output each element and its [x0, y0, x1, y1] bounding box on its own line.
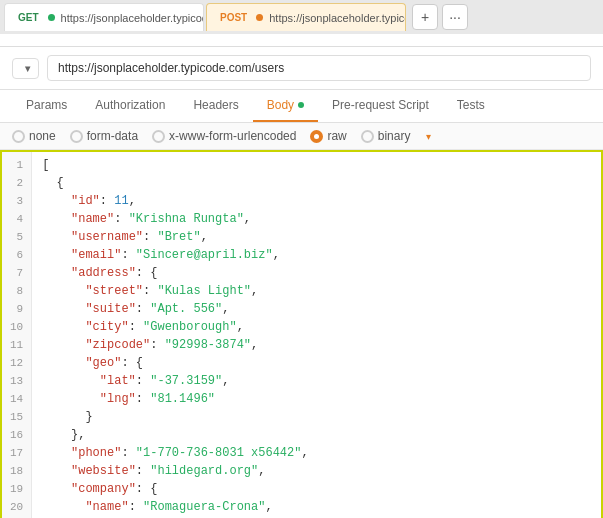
radio-raw[interactable] — [310, 130, 323, 143]
option-form-data-label: form-data — [87, 129, 138, 143]
text-format-chevron-icon: ▾ — [426, 131, 431, 142]
request-bar: ▾ — [0, 47, 603, 90]
method-selector[interactable]: ▾ — [12, 58, 39, 79]
tab-get[interactable]: GET https://jsonplaceholder.typicode.o — [4, 3, 204, 31]
option-urlencoded[interactable]: x-www-form-urlencoded — [152, 129, 296, 143]
tab-pre-request-label: Pre-request Script — [332, 98, 429, 112]
method-badge-post: POST — [217, 11, 250, 24]
tab-status-dot-post — [256, 14, 263, 21]
option-raw[interactable]: raw — [310, 129, 346, 143]
url-input[interactable] — [47, 55, 591, 81]
tab-pre-request-script[interactable]: Pre-request Script — [318, 90, 443, 122]
body-dot-indicator — [298, 102, 304, 108]
text-format-dropdown[interactable]: ▾ — [424, 131, 431, 142]
body-options-bar: none form-data x-www-form-urlencoded raw… — [0, 123, 603, 150]
add-tab-button[interactable]: + — [412, 4, 438, 30]
tab-label-post: https://jsonplaceholder.typicod — [269, 12, 406, 24]
tab-params[interactable]: Params — [12, 90, 81, 122]
tab-body-label: Body — [267, 98, 294, 112]
code-editor[interactable]: 12345678910111213141516171819202122 [ { … — [0, 150, 603, 518]
option-none-label: none — [29, 129, 56, 143]
tab-status-dot-get — [48, 14, 55, 21]
radio-binary[interactable] — [361, 130, 374, 143]
code-body[interactable]: [ { "id": 11, "name": "Krishna Rungta", … — [32, 152, 601, 518]
radio-form-data[interactable] — [70, 130, 83, 143]
option-raw-label: raw — [327, 129, 346, 143]
option-urlencoded-label: x-www-form-urlencoded — [169, 129, 296, 143]
tab-label-get: https://jsonplaceholder.typicode.o — [61, 12, 204, 24]
browser-tabs-bar: GET https://jsonplaceholder.typicode.o P… — [0, 0, 603, 34]
option-binary-label: binary — [378, 129, 411, 143]
tab-authorization[interactable]: Authorization — [81, 90, 179, 122]
tab-body[interactable]: Body — [253, 90, 318, 122]
radio-none[interactable] — [12, 130, 25, 143]
line-numbers: 12345678910111213141516171819202122 — [2, 152, 32, 518]
option-binary[interactable]: binary — [361, 129, 411, 143]
tab-headers[interactable]: Headers — [179, 90, 252, 122]
tab-params-label: Params — [26, 98, 67, 112]
tab-headers-label: Headers — [193, 98, 238, 112]
tab-actions: + ··· — [412, 4, 468, 30]
method-chevron-icon: ▾ — [25, 63, 30, 74]
method-badge-get: GET — [15, 11, 42, 24]
tab-authorization-label: Authorization — [95, 98, 165, 112]
option-form-data[interactable]: form-data — [70, 129, 138, 143]
more-tabs-button[interactable]: ··· — [442, 4, 468, 30]
option-none[interactable]: none — [12, 129, 56, 143]
tab-tests[interactable]: Tests — [443, 90, 499, 122]
url-display-bar — [0, 34, 603, 47]
tab-post[interactable]: POST https://jsonplaceholder.typicod — [206, 3, 406, 31]
nav-tabs: Params Authorization Headers Body Pre-re… — [0, 90, 603, 123]
radio-urlencoded[interactable] — [152, 130, 165, 143]
tab-tests-label: Tests — [457, 98, 485, 112]
